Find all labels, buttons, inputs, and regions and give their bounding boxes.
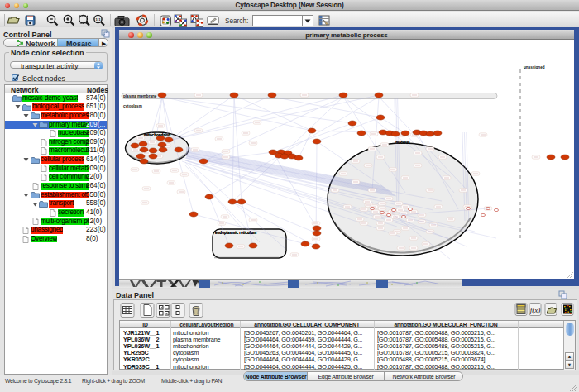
svg-text:Search:: Search: — [225, 17, 248, 25]
svg-text:f(x): f(x) — [530, 306, 541, 314]
svg-text:unassigned: unassigned — [524, 65, 545, 69]
svg-text:nucleus: nucleus — [395, 141, 410, 145]
svg-text:1:1: 1:1 — [95, 17, 101, 22]
svg-text:endoplasmic reticulum: endoplasmic reticulum — [215, 231, 256, 235]
svg-text:cytoplasm: cytoplasm — [123, 104, 142, 108]
svg-text:mitochondrion: mitochondrion — [144, 133, 170, 137]
svg-text:plasma membrane: plasma membrane — [123, 94, 157, 98]
